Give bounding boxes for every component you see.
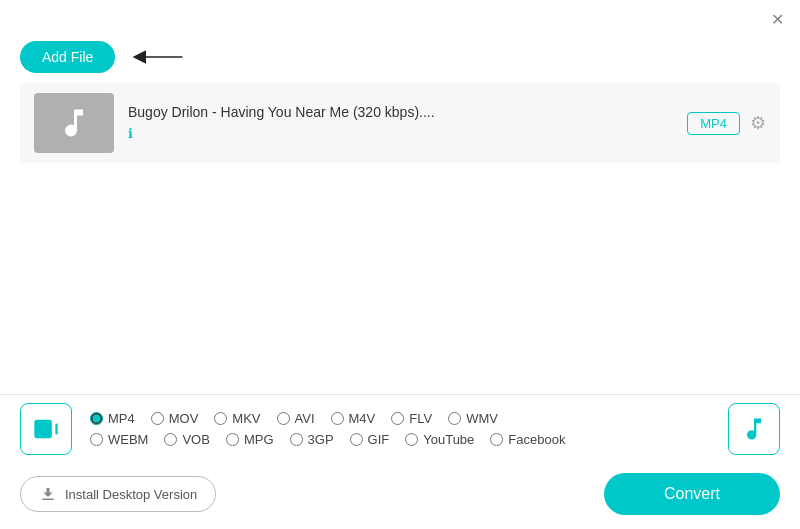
format-options: MP4 MOV MKV AVI M4V FLV: [0, 395, 800, 463]
file-list: Bugoy Drilon - Having You Near Me (320 k…: [0, 83, 800, 394]
svg-marker-2: [55, 423, 57, 435]
info-icon[interactable]: ℹ: [128, 126, 133, 141]
radio-youtube[interactable]: YouTube: [405, 432, 474, 447]
title-bar: ✕: [0, 0, 800, 35]
radio-vob[interactable]: VOB: [164, 432, 209, 447]
radio-3gp[interactable]: 3GP: [290, 432, 334, 447]
format-badge[interactable]: MP4: [687, 112, 740, 135]
svg-rect-3: [42, 499, 54, 501]
bottom-bar: MP4 MOV MKV AVI M4V FLV: [0, 394, 800, 529]
arrow-indicator: [131, 42, 191, 72]
radio-mkv[interactable]: MKV: [214, 411, 260, 426]
toolbar: Add File: [0, 35, 800, 83]
radio-gif[interactable]: GIF: [350, 432, 390, 447]
file-info: Bugoy Drilon - Having You Near Me (320 k…: [128, 104, 673, 142]
radio-row-1: MP4 MOV MKV AVI M4V FLV: [90, 411, 720, 426]
bottom-actions: Install Desktop Version Convert: [0, 463, 800, 529]
arrow-icon: [131, 42, 191, 72]
file-thumbnail: [34, 93, 114, 153]
radio-row-2: WEBM VOB MPG 3GP GIF YouT: [90, 432, 720, 447]
install-label: Install Desktop Version: [65, 487, 197, 502]
svg-rect-1: [34, 420, 52, 439]
add-file-button[interactable]: Add File: [20, 41, 115, 73]
radio-avi[interactable]: AVI: [277, 411, 315, 426]
radio-mov[interactable]: MOV: [151, 411, 199, 426]
radio-flv[interactable]: FLV: [391, 411, 432, 426]
file-actions: MP4 ⚙: [687, 112, 766, 135]
download-icon: [39, 485, 57, 503]
file-name: Bugoy Drilon - Having You Near Me (320 k…: [128, 104, 673, 120]
audio-icon: [740, 415, 768, 443]
music-note-icon: [56, 105, 92, 141]
radio-mpg[interactable]: MPG: [226, 432, 274, 447]
audio-format-icon-box[interactable]: [728, 403, 780, 455]
settings-icon[interactable]: ⚙: [750, 112, 766, 134]
close-button[interactable]: ✕: [765, 8, 790, 31]
video-icon: [32, 415, 60, 443]
install-desktop-button[interactable]: Install Desktop Version: [20, 476, 216, 512]
radio-facebook[interactable]: Facebook: [490, 432, 565, 447]
radio-wmv[interactable]: WMV: [448, 411, 498, 426]
convert-button[interactable]: Convert: [604, 473, 780, 515]
app-window: ✕ Add File Bugoy D: [0, 0, 800, 529]
file-item: Bugoy Drilon - Having You Near Me (320 k…: [20, 83, 780, 163]
video-format-icon-box[interactable]: [20, 403, 72, 455]
radio-webm[interactable]: WEBM: [90, 432, 148, 447]
radio-options: MP4 MOV MKV AVI M4V FLV: [90, 411, 720, 447]
radio-m4v[interactable]: M4V: [331, 411, 376, 426]
radio-mp4[interactable]: MP4: [90, 411, 135, 426]
